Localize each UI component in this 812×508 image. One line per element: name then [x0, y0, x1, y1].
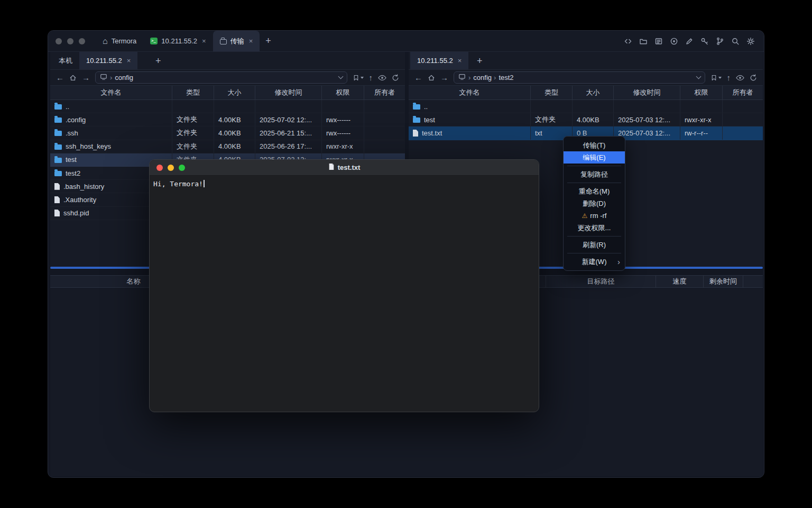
file-row[interactable]: .. — [409, 100, 763, 113]
breadcrumb-item[interactable]: config — [468, 74, 492, 81]
menu-item-label: 编辑(E) — [583, 153, 605, 162]
tab-icon — [150, 38, 158, 44]
breadcrumb-dropdown-chevron-icon[interactable] — [696, 74, 701, 79]
refresh-button[interactable] — [750, 74, 757, 81]
pane-tab-close-icon[interactable] — [458, 57, 462, 65]
file-row[interactable]: .config 文件夹 4.00KB 2025-07-02 12:... rwx… — [50, 113, 405, 126]
file-size-cell: 4.00KB — [573, 113, 614, 126]
column-header[interactable]: 权限 — [680, 86, 723, 99]
breadcrumb[interactable]: config — [95, 71, 347, 84]
file-icon — [54, 117, 62, 123]
menu-item-label: 新建(W) — [582, 257, 607, 267]
home-button[interactable] — [69, 74, 77, 81]
code-icon[interactable] — [624, 37, 632, 46]
warning-icon — [582, 212, 588, 220]
file-modified-cell: 2025-06-26 17:... — [255, 140, 322, 153]
queue-column-target-path[interactable]: 目标路径 — [546, 276, 656, 287]
back-button[interactable] — [414, 74, 422, 81]
refresh-button[interactable] — [392, 74, 399, 81]
app-tab[interactable]: Termora — [96, 31, 143, 51]
new-pane-tab-button[interactable] — [471, 52, 488, 70]
column-header[interactable]: 文件名 — [409, 86, 531, 99]
context-menu-item[interactable]: 删除(D) — [564, 197, 625, 210]
folder-icon[interactable] — [639, 37, 648, 46]
close-window-button[interactable] — [56, 38, 62, 44]
zoom-window-button[interactable] — [79, 38, 85, 44]
record-icon[interactable] — [670, 37, 678, 46]
app-tabs: Termora 10.211.55.2 传输 — [96, 31, 260, 51]
breadcrumb-item[interactable]: test2 — [494, 74, 514, 81]
editor-minimize-button[interactable] — [168, 165, 174, 171]
pane-tab[interactable]: 10.211.55.2 — [410, 52, 468, 69]
breadcrumb-item[interactable]: config — [110, 74, 133, 81]
column-header[interactable]: 类型 — [531, 86, 573, 99]
pane-tab[interactable]: 10.211.55.2 — [79, 52, 137, 69]
parent-directory-button[interactable] — [727, 74, 731, 81]
pane-tab-label: 本机 — [59, 56, 72, 66]
editor-close-button[interactable] — [156, 165, 163, 171]
menu-separator — [567, 183, 621, 183]
context-menu-item[interactable]: 刷新(R) — [564, 239, 625, 251]
file-row[interactable]: test 文件夹 4.00KB 2025-07-03 12:... rwxr-x… — [409, 113, 763, 126]
file-row[interactable]: ssh_host_keys 文件夹 4.00KB 2025-06-26 17:.… — [50, 140, 405, 153]
column-header[interactable]: 大小 — [573, 86, 614, 99]
breadcrumb[interactable]: config test2 — [454, 71, 705, 84]
search-icon[interactable] — [731, 37, 740, 46]
menu-item-label: 传输(T) — [583, 141, 606, 150]
column-header[interactable]: 文件名 — [50, 86, 172, 99]
context-menu-item[interactable]: 编辑(E) — [564, 151, 625, 164]
column-header[interactable]: 大小 — [214, 86, 255, 99]
back-button[interactable] — [56, 74, 64, 81]
app-tab[interactable]: 10.211.55.2 — [143, 31, 213, 51]
git-branch-icon[interactable] — [716, 37, 724, 46]
context-menu-item[interactable]: 传输(T) — [564, 139, 625, 151]
bookmark-button[interactable] — [710, 74, 722, 81]
editor-content[interactable]: Hi, Termora! — [150, 176, 539, 192]
file-icon — [54, 196, 60, 203]
feed-icon[interactable] — [654, 37, 663, 46]
column-header[interactable]: 类型 — [172, 86, 214, 99]
context-menu-item[interactable]: 新建(W) — [564, 256, 625, 268]
left-navbar: config — [50, 70, 405, 85]
column-header[interactable]: 修改时间 — [614, 86, 680, 99]
key-icon[interactable] — [700, 37, 709, 46]
context-menu-item[interactable]: 重命名(M) — [564, 185, 625, 197]
column-header[interactable]: 所有者 — [723, 86, 763, 99]
menu-item-label: 刷新(R) — [583, 240, 606, 250]
screen: Termora 10.211.55.2 传输 — [0, 0, 812, 508]
pencil-icon[interactable] — [685, 37, 694, 46]
menu-separator — [567, 236, 621, 237]
app-tab[interactable]: 传输 — [213, 31, 260, 51]
forward-button[interactable] — [440, 74, 448, 81]
settings-icon[interactable] — [746, 37, 755, 46]
pane-tab[interactable]: 本机 — [52, 52, 79, 69]
file-icon — [54, 131, 62, 136]
tab-close-icon[interactable] — [249, 37, 253, 45]
new-app-tab-button[interactable] — [260, 31, 277, 51]
file-row[interactable]: .. — [50, 100, 405, 113]
new-pane-tab-button[interactable] — [150, 52, 167, 70]
file-name: .. — [424, 103, 428, 111]
column-header[interactable]: 权限 — [322, 86, 364, 99]
file-row[interactable]: .ssh 文件夹 4.00KB 2025-06-21 15:... rwx---… — [50, 126, 405, 140]
context-menu-item[interactable]: rm -rf — [564, 210, 625, 222]
file-name-cell: .config — [50, 113, 172, 126]
show-hidden-eye-icon[interactable] — [736, 75, 744, 81]
column-header[interactable]: 所有者 — [364, 86, 405, 99]
file-size-cell — [573, 100, 614, 113]
editor-zoom-button[interactable] — [179, 165, 185, 171]
tab-close-icon[interactable] — [202, 37, 206, 45]
minimize-window-button[interactable] — [67, 38, 73, 44]
bookmark-button[interactable] — [353, 74, 364, 81]
queue-column-remaining-time[interactable]: 剩余时间 — [704, 276, 743, 287]
context-menu-item[interactable]: 更改权限... — [564, 222, 625, 234]
parent-directory-button[interactable] — [369, 74, 373, 81]
pane-tab-close-icon[interactable] — [127, 57, 131, 65]
home-button[interactable] — [428, 74, 435, 81]
context-menu-item[interactable]: 复制路径 — [564, 168, 625, 180]
breadcrumb-dropdown-chevron-icon[interactable] — [338, 74, 343, 79]
column-header[interactable]: 修改时间 — [255, 86, 322, 99]
show-hidden-eye-icon[interactable] — [378, 75, 386, 81]
forward-button[interactable] — [82, 74, 90, 81]
queue-column-speed[interactable]: 速度 — [656, 276, 704, 287]
